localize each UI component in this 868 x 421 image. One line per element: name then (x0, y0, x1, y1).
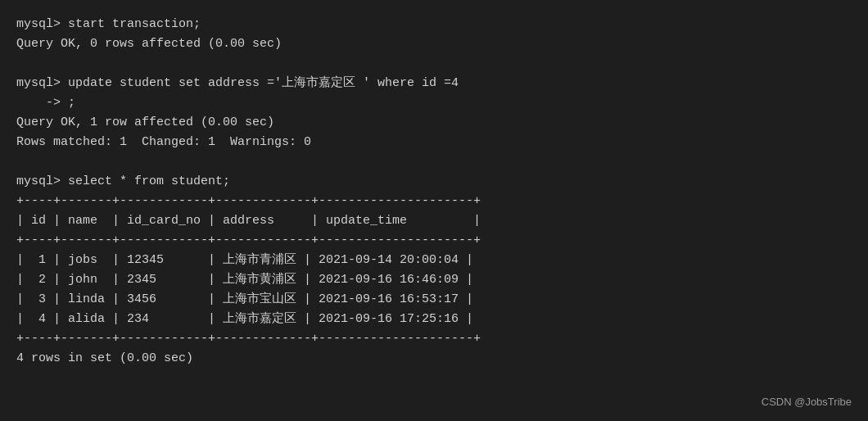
terminal-line: | 3 | linda | 3456 | 上海市宝山区 | 2021-09-16… (16, 290, 852, 310)
terminal-line: | id | name | id_card_no | address | upd… (16, 211, 852, 231)
terminal-line: Query OK, 0 rows affected (0.00 sec) (16, 34, 852, 54)
terminal-line: Rows matched: 1 Changed: 1 Warnings: 0 (16, 133, 852, 152)
terminal-line: +----+-------+------------+-------------… (16, 329, 852, 349)
terminal-empty-line (16, 54, 852, 74)
terminal-line: mysql> select * from student; (16, 172, 852, 192)
terminal-line: -> ; (16, 93, 852, 113)
terminal-line: mysql> update student set address ='上海市嘉… (16, 74, 852, 93)
terminal-line: | 2 | john | 2345 | 上海市黄浦区 | 2021-09-16 … (16, 270, 852, 290)
terminal-line: 4 rows in set (0.00 sec) (16, 349, 852, 369)
terminal-line: Query OK, 1 row affected (0.00 sec) (16, 113, 852, 133)
terminal-content: mysql> start transaction;Query OK, 0 row… (16, 15, 852, 369)
terminal-line: | 1 | jobs | 12345 | 上海市青浦区 | 2021-09-14… (16, 251, 852, 270)
terminal-line: | 4 | alida | 234 | 上海市嘉定区 | 2021-09-16 … (16, 310, 852, 329)
watermark: CSDN @JobsTribe (762, 394, 852, 411)
terminal-empty-line (16, 152, 852, 172)
terminal-line: +----+-------+------------+-------------… (16, 231, 852, 251)
terminal-line: mysql> start transaction; (16, 15, 852, 34)
terminal-line: +----+-------+------------+-------------… (16, 192, 852, 211)
terminal-window: mysql> start transaction;Query OK, 0 row… (16, 15, 852, 406)
